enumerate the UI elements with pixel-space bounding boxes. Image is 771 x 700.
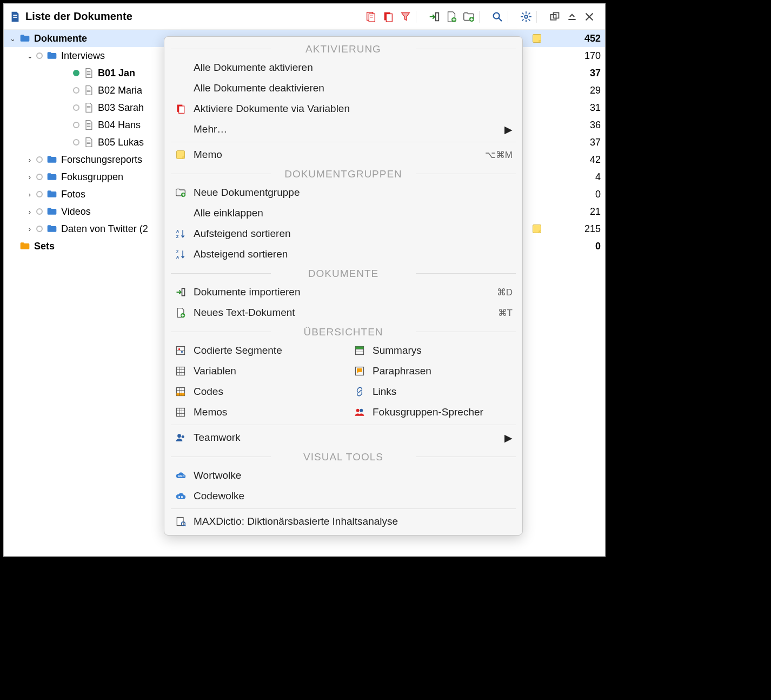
close-icon[interactable] xyxy=(583,11,595,23)
document-icon xyxy=(83,136,95,148)
folder-icon xyxy=(46,50,58,62)
count-row: 170 xyxy=(527,47,605,64)
expand-toggle-icon[interactable]: ⌄ xyxy=(23,52,36,60)
count-row: 31 xyxy=(527,99,605,116)
menu-links[interactable]: Links xyxy=(343,381,522,402)
folder-icon xyxy=(46,154,58,166)
memo-icon xyxy=(531,223,542,234)
paraphrases-icon xyxy=(353,366,366,377)
activate-docs-icon[interactable] xyxy=(365,11,377,23)
menu-focus-speakers[interactable]: Fokusgruppen-Sprecher xyxy=(343,402,522,422)
coded-segments-icon xyxy=(174,345,187,356)
collapse-up-icon[interactable] xyxy=(566,11,578,23)
folder-icon xyxy=(46,171,58,183)
expand-toggle-icon[interactable]: ⌄ xyxy=(6,35,19,43)
expand-toggle-icon[interactable]: › xyxy=(23,225,36,233)
activation-dot-icon[interactable] xyxy=(36,156,43,163)
menu-coded-segments[interactable]: Codierte Segmente xyxy=(164,340,343,361)
menu-memo[interactable]: Memo⌥⌘M xyxy=(164,144,522,165)
expand-toggle-icon[interactable]: › xyxy=(23,190,36,199)
menu-sort-desc[interactable]: Absteigend sortieren xyxy=(164,244,522,265)
filter-docs-icon[interactable] xyxy=(400,11,411,23)
folder-icon xyxy=(46,223,58,235)
submenu-arrow-icon: ▶ xyxy=(504,123,513,136)
window-title: Liste der Dokumente xyxy=(25,10,132,23)
menu-more[interactable]: Mehr…▶ xyxy=(164,119,522,140)
menu-wordcloud[interactable]: Wortwolke xyxy=(164,465,522,486)
menu-sort-asc[interactable]: Aufsteigend sortieren xyxy=(164,223,522,244)
activation-dot-icon[interactable] xyxy=(36,52,43,59)
menu-memos[interactable]: Memos xyxy=(164,402,343,422)
count-value: 21 xyxy=(547,206,605,217)
document-icon xyxy=(83,84,95,96)
expand-toggle-icon[interactable]: › xyxy=(23,208,36,216)
expand-toggle-icon[interactable]: › xyxy=(23,156,36,164)
activation-dot-icon[interactable] xyxy=(73,139,79,146)
menu-new-group[interactable]: Neue Dokumentgruppe xyxy=(164,182,522,203)
gear-icon[interactable] xyxy=(520,11,532,23)
count-row: 4 xyxy=(527,168,605,186)
document-icon xyxy=(83,67,95,79)
count-value: 0 xyxy=(547,241,605,252)
cloud-icon xyxy=(174,470,187,481)
section-activation: AKTIVIERUNG xyxy=(164,40,522,57)
folder-icon xyxy=(46,188,58,200)
menu-activate-all[interactable]: Alle Dokumente aktivieren xyxy=(164,57,522,78)
count-value: 31 xyxy=(547,102,605,114)
context-menu: AKTIVIERUNG Alle Dokumente aktivieren Al… xyxy=(164,36,523,536)
count-value: 215 xyxy=(547,223,605,235)
menu-codecloud[interactable]: Codewolke xyxy=(164,486,522,506)
menu-codes[interactable]: Codes xyxy=(164,381,343,402)
menu-deactivate-all[interactable]: Alle Dokumente deaktivieren xyxy=(164,78,522,98)
sort-desc-icon xyxy=(174,249,187,260)
new-folder-icon[interactable] xyxy=(463,11,475,23)
count-value: 37 xyxy=(547,137,605,148)
memo-cell[interactable] xyxy=(527,223,547,234)
new-folder-icon xyxy=(174,187,187,198)
activation-dot-icon[interactable] xyxy=(73,104,79,111)
sort-asc-icon xyxy=(174,228,187,239)
activation-dot-icon[interactable] xyxy=(73,70,79,76)
copy-docs-icon[interactable] xyxy=(382,11,394,23)
memos-icon xyxy=(174,407,187,418)
count-row: 29 xyxy=(527,82,605,99)
activation-dot-icon[interactable] xyxy=(73,122,79,128)
activation-dot-icon[interactable] xyxy=(36,174,43,180)
menu-paraphrases[interactable]: Paraphrasen xyxy=(343,361,522,381)
import-icon[interactable] xyxy=(428,11,440,23)
folder-icon xyxy=(19,32,31,44)
count-value: 170 xyxy=(547,50,605,62)
new-doc-icon[interactable] xyxy=(446,11,457,23)
copy-docs-icon xyxy=(174,103,187,114)
menu-new-text-doc[interactable]: Neues Text-Dokument⌘T xyxy=(164,302,522,323)
app-icon xyxy=(9,11,21,23)
activation-dot-icon[interactable] xyxy=(73,87,79,94)
count-row: 452 xyxy=(527,30,605,47)
folder-icon xyxy=(46,206,58,217)
activation-dot-icon[interactable] xyxy=(36,208,43,215)
count-row: 215 xyxy=(527,220,605,237)
section-overviews: ÜBERSICHTEN xyxy=(164,323,522,340)
activation-dot-icon[interactable] xyxy=(36,226,43,232)
menu-import-docs[interactable]: Dokumente importieren⌘D xyxy=(164,282,522,302)
expand-toggle-icon[interactable]: › xyxy=(23,173,36,181)
memo-cell[interactable] xyxy=(527,33,547,44)
popout-icon[interactable] xyxy=(549,11,561,23)
count-value: 0 xyxy=(547,189,605,200)
toolbar xyxy=(361,11,600,23)
menu-summaries[interactable]: Summarys xyxy=(343,340,522,361)
summaries-icon xyxy=(353,345,366,356)
menu-variables[interactable]: Variablen xyxy=(164,361,343,381)
links-icon xyxy=(353,386,366,397)
menu-maxdictio[interactable]: MAXDictio: Diktionärsbasierte Inhaltsana… xyxy=(164,511,522,532)
team-icon xyxy=(174,432,187,443)
menu-collapse-all[interactable]: Alle einklappen xyxy=(164,203,522,223)
search-icon[interactable] xyxy=(491,11,503,23)
count-column: 45217037293136374240212150 xyxy=(527,30,605,556)
activation-dot-icon[interactable] xyxy=(36,191,43,197)
menu-teamwork[interactable]: Teamwork▶ xyxy=(164,427,522,448)
count-row: 37 xyxy=(527,64,605,82)
folder-icon xyxy=(19,240,31,252)
menu-activate-via-variables[interactable]: Aktiviere Dokumente via Variablen xyxy=(164,98,522,119)
count-value: 29 xyxy=(547,85,605,96)
